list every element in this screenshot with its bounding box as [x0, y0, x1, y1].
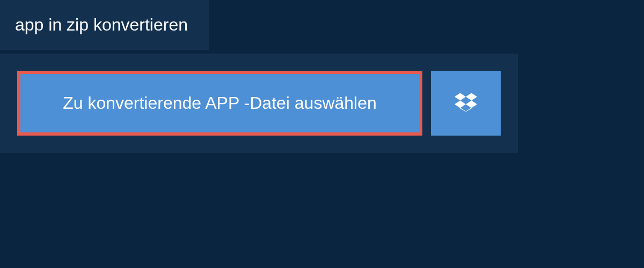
dropbox-button[interactable] — [431, 71, 501, 136]
upload-panel: Zu konvertierende APP -Datei auswählen — [0, 54, 518, 153]
select-file-button[interactable]: Zu konvertierende APP -Datei auswählen — [17, 71, 422, 136]
tab-container: app in zip konvertieren — [0, 0, 209, 50]
select-file-button-label: Zu konvertierende APP -Datei auswählen — [63, 93, 377, 113]
tab-label: app in zip konvertieren — [15, 15, 188, 34]
tab-app-to-zip[interactable]: app in zip konvertieren — [0, 0, 209, 50]
dropbox-icon — [455, 91, 477, 116]
